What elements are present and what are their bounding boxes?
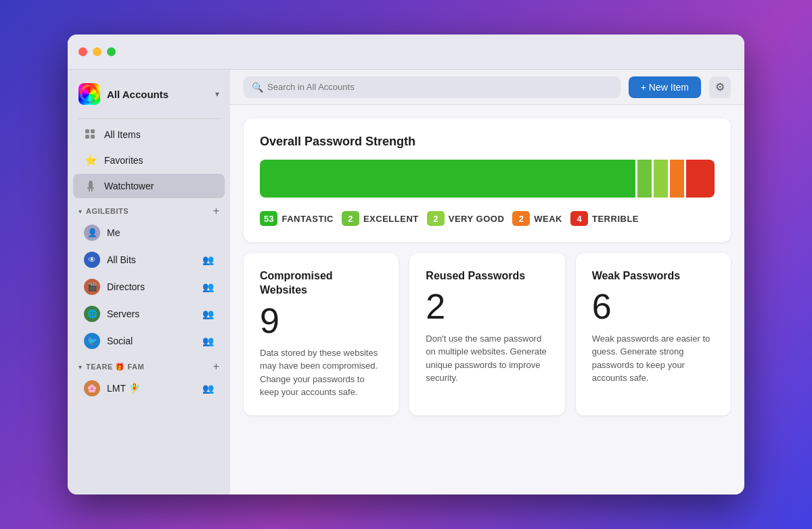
vault-avatar-servers: 🌐: [84, 306, 100, 322]
agilebits-expand-icon[interactable]: ▾: [78, 208, 82, 215]
new-item-label: + New Item: [641, 82, 689, 93]
svg-rect-8: [89, 189, 90, 191]
all-items-icon: [84, 128, 97, 141]
search-box[interactable]: 🔍: [244, 76, 621, 98]
info-card-weak[interactable]: Weak Passwords 6 Weak passwords are easi…: [576, 253, 731, 415]
vault-label-allbits: All Bits: [107, 254, 196, 265]
svg-rect-6: [89, 182, 93, 187]
reused-number: 2: [426, 289, 548, 324]
bar-terrible: [686, 160, 715, 198]
search-input[interactable]: [267, 82, 612, 92]
svg-rect-2: [91, 129, 95, 133]
vault-item-social[interactable]: 🐦 Social 👥: [73, 328, 225, 354]
account-header[interactable]: All Accounts ▾: [68, 78, 230, 110]
label-weak: WEAK: [534, 214, 562, 224]
svg-rect-1: [85, 129, 89, 133]
people-icon-directors: 👥: [202, 281, 214, 292]
svg-rect-3: [85, 135, 89, 139]
strength-legend: 53 FANTASTIC 2 EXCELLENT 2 VERY GOOD 2: [260, 211, 715, 226]
reused-desc: Don't use the same password on multiple …: [426, 332, 548, 385]
teare-section-header: ▾ TEARE 🎁 FAM +: [68, 354, 230, 375]
account-name: All Accounts: [107, 89, 215, 100]
minimize-button[interactable]: [93, 47, 102, 56]
settings-icon: ⚙: [715, 80, 725, 93]
info-card-reused[interactable]: Reused Passwords 2 Don't use the same pa…: [409, 253, 564, 415]
legend-very-good: 2 VERY GOOD: [427, 211, 505, 226]
svg-rect-7: [87, 187, 94, 189]
vault-label-lmt: LMT 🧚: [107, 383, 196, 394]
people-icon-servers: 👥: [202, 308, 214, 319]
close-button[interactable]: [78, 47, 87, 56]
vault-item-servers[interactable]: 🌐 Servers 👥: [73, 301, 225, 327]
sidebar-item-all-items[interactable]: All Items: [73, 122, 225, 147]
teare-section-title: TEARE 🎁 FAM: [86, 363, 209, 371]
new-item-button[interactable]: + New Item: [629, 76, 701, 98]
badge-terrible: 4: [570, 211, 588, 226]
bar-excellent: [637, 160, 652, 198]
info-card-compromised[interactable]: Compromised Websites 9 Data stored by th…: [244, 253, 399, 415]
strength-bar: [260, 160, 715, 198]
svg-rect-5: [89, 181, 92, 182]
chevron-down-icon: ▾: [215, 89, 219, 99]
info-cards-row: Compromised Websites 9 Data stored by th…: [244, 253, 731, 415]
weak-desc: Weak passwords are easier to guess. Gene…: [592, 332, 715, 385]
vault-label-social: Social: [107, 336, 196, 346]
search-icon: 🔍: [252, 82, 263, 93]
badge-fantastic: 53: [260, 211, 277, 226]
sidebar-divider: [78, 118, 219, 119]
vault-label-directors: Directors: [107, 281, 196, 292]
legend-fantastic: 53 FANTASTIC: [260, 211, 334, 226]
account-icon: [78, 83, 100, 105]
agilebits-section-header: ▾ AGILEBITS +: [68, 199, 230, 219]
vault-item-directors[interactable]: 🎬 Directors 👥: [73, 274, 225, 300]
favorites-label: Favorites: [104, 155, 214, 166]
watchtower-content: Overall Password Strength: [230, 105, 744, 495]
vault-avatar-social: 🐦: [84, 333, 100, 349]
weak-title: Weak Passwords: [592, 269, 715, 283]
vault-item-allbits[interactable]: 👁 All Bits 👥: [73, 247, 225, 273]
vault-avatar-allbits: 👁: [84, 252, 100, 268]
label-terrible: TERRIBLE: [592, 214, 639, 224]
teare-add-button[interactable]: +: [213, 361, 219, 372]
reused-title: Reused Passwords: [426, 269, 548, 283]
teare-expand-icon[interactable]: ▾: [78, 363, 82, 371]
badge-very-good: 2: [427, 211, 445, 226]
legend-excellent: 2 EXCELLENT: [342, 211, 419, 226]
svg-rect-4: [91, 135, 95, 139]
agilebits-section-title: AGILEBITS: [86, 207, 209, 215]
people-icon-social: 👥: [202, 336, 214, 346]
sidebar: All Accounts ▾ All Items ⭐ Favo: [68, 70, 230, 495]
watchtower-icon: [84, 179, 97, 193]
compromised-title: Compromised Websites: [260, 269, 382, 298]
main-panel: 🔍 + New Item ⚙ Overall Password Strength: [230, 70, 744, 495]
watchtower-label: Watchtower: [104, 181, 214, 191]
vault-item-me[interactable]: 👤 Me: [73, 220, 225, 246]
compromised-number: 9: [260, 303, 382, 338]
vault-item-lmt[interactable]: 🌸 LMT 🧚 👥: [73, 375, 225, 401]
password-strength-card: Overall Password Strength: [244, 118, 731, 242]
password-strength-title: Overall Password Strength: [260, 135, 715, 149]
agilebits-add-button[interactable]: +: [213, 206, 219, 216]
label-excellent: EXCELLENT: [363, 214, 419, 224]
sidebar-item-favorites[interactable]: ⭐ Favorites: [73, 148, 225, 172]
vault-avatar-directors: 🎬: [84, 279, 100, 295]
favorites-icon: ⭐: [84, 154, 97, 167]
titlebar: [68, 34, 744, 70]
settings-button[interactable]: ⚙: [709, 76, 731, 98]
vault-avatar-me: 👤: [84, 225, 100, 241]
content-area: All Accounts ▾ All Items ⭐ Favo: [68, 70, 744, 495]
people-icon-allbits: 👥: [202, 254, 214, 265]
vault-avatar-lmt: 🌸: [84, 380, 100, 396]
svg-rect-9: [91, 189, 93, 191]
vault-label-me: Me: [107, 227, 214, 238]
legend-weak: 2 WEAK: [512, 211, 562, 226]
legend-terrible: 4 TERRIBLE: [570, 211, 639, 226]
badge-excellent: 2: [342, 211, 359, 226]
badge-weak: 2: [512, 211, 530, 226]
maximize-button[interactable]: [107, 47, 116, 56]
label-fantastic: FANTASTIC: [281, 214, 333, 224]
all-items-label: All Items: [104, 129, 214, 140]
sidebar-item-watchtower[interactable]: Watchtower: [73, 174, 225, 198]
app-window: All Accounts ▾ All Items ⭐ Favo: [68, 34, 744, 495]
label-very-good: VERY GOOD: [449, 214, 505, 224]
